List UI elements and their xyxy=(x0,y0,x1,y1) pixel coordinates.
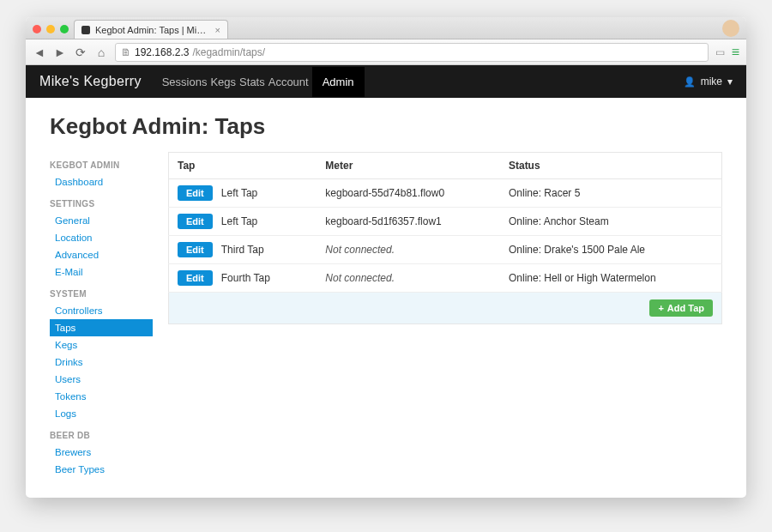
status-cell: Online: Hell or High Watermelon xyxy=(500,264,722,293)
forward-button[interactable]: ► xyxy=(53,45,67,59)
url-path: /kegadmin/taps/ xyxy=(192,46,265,58)
tap-name: Fourth Tap xyxy=(221,272,270,284)
favicon-icon xyxy=(81,26,90,34)
admin-sidebar: KEGBOT ADMINDashboardSETTINGSGeneralLoca… xyxy=(50,152,153,478)
nav-admin[interactable]: Admin xyxy=(312,67,365,97)
sidebar-item-tokens[interactable]: Tokens xyxy=(50,388,153,405)
edit-button[interactable]: Edit xyxy=(178,185,213,201)
sidebar-link[interactable]: Logs xyxy=(55,408,76,419)
page-title: Kegbot Admin: Taps xyxy=(50,113,722,140)
tab-title: Kegbot Admin: Taps | Mik… xyxy=(95,25,210,35)
maximize-window-button[interactable] xyxy=(60,25,69,33)
col-meter: Meter xyxy=(317,153,500,179)
meter-cell: kegboard-5d1f6357.flow1 xyxy=(317,208,500,236)
add-tap-label: Add Tap xyxy=(667,303,704,313)
table-row: EditLeft Tapkegboard-55d74b81.flow0Onlin… xyxy=(169,179,722,208)
brand-title[interactable]: Mike's Kegberry xyxy=(39,74,142,89)
edit-button[interactable]: Edit xyxy=(178,270,213,286)
minimize-window-button[interactable] xyxy=(46,25,55,33)
meter-cell: Not connected. xyxy=(317,236,500,264)
table-row: EditThird TapNot connected.Online: Drake… xyxy=(169,236,722,264)
back-button[interactable]: ◄ xyxy=(33,45,46,59)
sidebar-link[interactable]: Drinks xyxy=(55,357,83,367)
sidebar-link[interactable]: Dashboard xyxy=(55,177,103,187)
sidebar-link[interactable]: E-Mail xyxy=(55,267,83,277)
user-menu[interactable]: 👤 mike ▾ xyxy=(684,76,733,88)
sidebar-item-advanced[interactable]: Advanced xyxy=(50,246,153,263)
tap-name: Third Tap xyxy=(221,244,264,256)
sidebar-link[interactable]: Taps xyxy=(55,323,75,333)
sidebar-link[interactable]: General xyxy=(55,215,90,226)
table-footer: + Add Tap xyxy=(168,293,722,324)
browser-toolbar: ◄ ► ⟳ ⌂ 🗎 192.168.2.3/kegadmin/taps/ ▭ ≡ xyxy=(26,39,746,65)
taps-table: TapMeterStatus EditLeft Tapkegboard-55d7… xyxy=(168,152,722,293)
cast-icon[interactable]: ▭ xyxy=(715,46,725,58)
add-tap-button[interactable]: + Add Tap xyxy=(649,299,713,317)
browser-tab[interactable]: Kegbot Admin: Taps | Mik… × xyxy=(74,20,228,39)
close-window-button[interactable] xyxy=(33,25,41,33)
url-host: 192.168.2.3 xyxy=(135,46,189,58)
sidebar-link[interactable]: Controllers xyxy=(55,305,103,316)
user-name: mike xyxy=(701,76,722,88)
sidebar-heading: BEER DB xyxy=(50,431,153,440)
tab-strip: Kegbot Admin: Taps | Mik… × xyxy=(26,17,746,39)
address-bar[interactable]: 🗎 192.168.2.3/kegadmin/taps/ xyxy=(115,43,709,62)
nav-stats[interactable]: Stats xyxy=(239,76,265,88)
close-tab-icon[interactable]: × xyxy=(215,25,220,35)
plus-icon: + xyxy=(658,303,663,313)
table-row: EditLeft Tapkegboard-5d1f6357.flow1Onlin… xyxy=(169,208,722,236)
col-status: Status xyxy=(500,153,722,179)
sidebar-link[interactable]: Tokens xyxy=(55,391,86,402)
col-tap: Tap xyxy=(169,153,317,179)
status-cell: Online: Racer 5 xyxy=(500,179,722,208)
sidebar-item-brewers[interactable]: Brewers xyxy=(50,444,153,461)
nav-kegs[interactable]: Kegs xyxy=(210,76,236,88)
tap-name: Left Tap xyxy=(221,215,257,227)
sidebar-item-users[interactable]: Users xyxy=(50,371,153,388)
sidebar-link[interactable]: Beer Types xyxy=(55,464,105,475)
tap-name: Left Tap xyxy=(221,187,257,199)
menu-icon[interactable]: ≡ xyxy=(732,45,739,60)
page-content: Kegbot Admin: Taps KEGBOT ADMINDashboard… xyxy=(26,98,746,498)
sidebar-link[interactable]: Kegs xyxy=(55,340,77,350)
sidebar-link[interactable]: Location xyxy=(55,233,92,243)
sidebar-item-location[interactable]: Location xyxy=(50,229,153,246)
sidebar-heading: SYSTEM xyxy=(50,289,153,299)
sidebar-item-logs[interactable]: Logs xyxy=(50,405,153,422)
nav-account[interactable]: Account xyxy=(268,76,309,88)
status-cell: Online: Anchor Steam xyxy=(500,208,722,236)
sidebar-item-beer-types[interactable]: Beer Types xyxy=(50,461,153,478)
site-navbar: Mike's Kegberry SessionsKegsStatsAccount… xyxy=(26,65,746,98)
sidebar-item-e-mail[interactable]: E-Mail xyxy=(50,263,153,281)
window-controls xyxy=(31,25,74,39)
edit-button[interactable]: Edit xyxy=(178,242,213,257)
sidebar-item-drinks[interactable]: Drinks xyxy=(50,354,153,371)
browser-window: Kegbot Admin: Taps | Mik… × ◄ ► ⟳ ⌂ 🗎 19… xyxy=(26,17,746,498)
sidebar-heading: SETTINGS xyxy=(50,199,153,209)
status-cell: Online: Drake's 1500 Pale Ale xyxy=(500,236,722,264)
chevron-down-icon: ▾ xyxy=(727,76,733,88)
table-row: EditFourth TapNot connected.Online: Hell… xyxy=(169,264,722,293)
reload-button[interactable]: ⟳ xyxy=(74,45,87,59)
nav-sessions[interactable]: Sessions xyxy=(162,76,208,88)
sidebar-heading: KEGBOT ADMIN xyxy=(50,160,153,170)
sidebar-link[interactable]: Brewers xyxy=(55,447,91,457)
user-icon: 👤 xyxy=(684,76,696,88)
sidebar-link[interactable]: Advanced xyxy=(55,250,99,260)
sidebar-item-kegs[interactable]: Kegs xyxy=(50,336,153,354)
page-icon: 🗎 xyxy=(121,46,131,58)
sidebar-item-general[interactable]: General xyxy=(50,212,153,229)
sidebar-item-dashboard[interactable]: Dashboard xyxy=(50,173,153,190)
sidebar-link[interactable]: Users xyxy=(55,374,81,384)
main-panel: TapMeterStatus EditLeft Tapkegboard-55d7… xyxy=(168,152,722,478)
edit-button[interactable]: Edit xyxy=(178,214,213,229)
meter-cell: Not connected. xyxy=(317,264,500,293)
sidebar-item-controllers[interactable]: Controllers xyxy=(50,302,153,319)
home-button[interactable]: ⌂ xyxy=(94,45,108,59)
sidebar-item-taps[interactable]: Taps xyxy=(50,319,153,336)
profile-avatar[interactable] xyxy=(722,20,739,37)
meter-cell: kegboard-55d74b81.flow0 xyxy=(317,179,500,208)
